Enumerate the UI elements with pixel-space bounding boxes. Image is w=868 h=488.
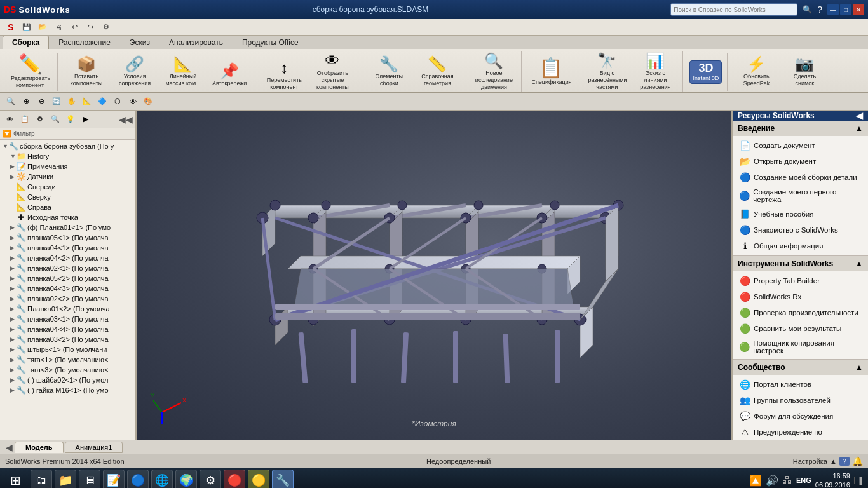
feature-tree-item[interactable]: 📐Сверху bbox=[0, 192, 135, 202]
section-header[interactable]: Инструменты SolidWorks▲ bbox=[733, 256, 868, 271]
rotate-btn[interactable]: 🔄 bbox=[50, 95, 64, 109]
zoom-fit-btn[interactable]: 🔍 bbox=[4, 95, 18, 109]
taskbar-edge[interactable]: 🌍 bbox=[175, 470, 197, 488]
ft-props-btn[interactable]: 📋 bbox=[18, 112, 32, 126]
qa-print-btn[interactable]: 🖨 bbox=[51, 20, 65, 34]
viewport[interactable]: X Y Z *Изометрия bbox=[137, 111, 731, 440]
ft-more-btn[interactable]: ▶ bbox=[79, 112, 93, 126]
feature-tree-item[interactable]: ▶🔧планка04<3> (По умолча bbox=[0, 283, 135, 294]
feature-tree-item[interactable]: ▶🔧планка02<2> (По умолча bbox=[0, 294, 135, 304]
resources-item[interactable]: 📘Учебные пособия bbox=[736, 207, 864, 221]
feature-tree-item[interactable]: ▶🔧тяга<3> (По умолчанию< bbox=[0, 365, 135, 375]
taskbar-app5[interactable]: 🟡 bbox=[248, 470, 269, 488]
feature-tree-item[interactable]: ▶🔧тяга<1> (По умолчанию< bbox=[0, 355, 135, 365]
ft-search-btn[interactable]: 🔍 bbox=[48, 112, 62, 126]
display-style-btn[interactable]: ⬡ bbox=[111, 95, 125, 109]
resources-item[interactable]: 🟢Проверка производительности bbox=[736, 306, 864, 320]
resources-item[interactable]: 🔴Property Tab Builder bbox=[736, 274, 864, 288]
instant3d-btn[interactable]: 3D Instant 3D bbox=[689, 60, 722, 84]
taskbar-app4[interactable]: 🔴 bbox=[224, 470, 245, 488]
resources-item[interactable]: 💬Форум для обсуждения bbox=[736, 409, 864, 423]
close-button[interactable]: ✕ bbox=[853, 4, 864, 15]
resources-item[interactable]: ⚠Предупреждение по bbox=[736, 425, 864, 439]
taskbar-chrome[interactable]: 🌐 bbox=[151, 470, 173, 488]
animation-tab[interactable]: Анимация1 bbox=[65, 442, 123, 453]
taskbar-monitor[interactable]: 🖥 bbox=[79, 470, 100, 488]
qa-save-btn[interactable]: 💾 bbox=[20, 20, 34, 34]
feature-tree-item[interactable]: ▶📝Примечания bbox=[0, 161, 135, 172]
section-header[interactable]: Введение▲ bbox=[733, 121, 868, 136]
view-orient-btn[interactable]: 📐 bbox=[80, 95, 94, 109]
search-input[interactable] bbox=[670, 3, 797, 16]
pattern-btn[interactable]: 📐 Линейный массив ком... bbox=[161, 55, 205, 89]
feature-tree-item[interactable]: ▶🔧планка05<2> (По умолча bbox=[0, 273, 135, 283]
feature-tree-item[interactable]: ✚Исходная точка bbox=[0, 212, 135, 222]
resources-item[interactable]: 🟢Сравнить мои результаты bbox=[736, 322, 864, 336]
speedpak-btn[interactable]: ⚡ Обновить SpeedPak bbox=[734, 55, 778, 89]
search-icon[interactable]: 🔍 bbox=[803, 5, 812, 14]
taskbar-explorer[interactable]: 🗂 bbox=[31, 470, 52, 488]
model-tab[interactable]: Модель bbox=[15, 442, 64, 453]
help-icon[interactable]: ? bbox=[817, 4, 822, 15]
section-view-btn[interactable]: 🔷 bbox=[95, 95, 109, 109]
tab-scroll-left[interactable]: ◀ bbox=[4, 442, 15, 452]
zoom-out-btn[interactable]: ⊖ bbox=[34, 95, 48, 109]
taskbar-lang[interactable]: ENG bbox=[796, 477, 811, 484]
taskbar-sw[interactable]: 🔧 bbox=[272, 470, 294, 488]
exploded-view-btn[interactable]: 🔭 Вид с разнесёнными частями bbox=[585, 51, 629, 92]
taskbar-volume-icon[interactable]: 🔊 bbox=[766, 475, 778, 487]
qa-open-btn[interactable]: 📂 bbox=[36, 20, 50, 34]
help-btn[interactable]: ? bbox=[839, 457, 850, 466]
taskbar-notify-icon[interactable]: 🔼 bbox=[749, 475, 762, 487]
resources-item[interactable]: 🔵Создание моей сборки детали bbox=[736, 170, 864, 184]
feature-tree[interactable]: ▼🔧сборка борона зубовая (По у▼📁History▶📝… bbox=[0, 140, 135, 440]
resources-item[interactable]: 🟢Помощник копирования настроек bbox=[736, 337, 864, 356]
zoom-in-btn[interactable]: ⊕ bbox=[19, 95, 33, 109]
feature-tree-item[interactable]: 📐Справа bbox=[0, 202, 135, 212]
resources-item[interactable]: 🔵Знакомство с SolidWorks bbox=[736, 223, 864, 237]
sw-icon-btn[interactable]: S bbox=[4, 20, 18, 34]
mate-btn[interactable]: 🔗 Условия сопряжения bbox=[112, 55, 157, 89]
ft-eye-btn[interactable]: 👁 bbox=[3, 112, 17, 126]
feature-tree-item[interactable]: ▶🔧планка05<1> (По умолча bbox=[0, 233, 135, 243]
taskbar-clock[interactable]: 16:59 06.09.2016 bbox=[815, 471, 850, 488]
feature-tree-item[interactable]: 📐Спереди bbox=[0, 182, 135, 192]
feature-tree-item[interactable]: ▶🔧планка03<2> (По умолча bbox=[0, 334, 135, 344]
resources-item[interactable]: 🌐Портал клиентов bbox=[736, 377, 864, 391]
feature-tree-item[interactable]: ▶🔧(-) шайба02<1> (По умол bbox=[0, 375, 135, 385]
feature-tree-item[interactable]: ▶🔧(-) гайка М16<1> (По умо bbox=[0, 385, 135, 395]
feature-tree-item[interactable]: ▶🔧планка02<1> (По умолча bbox=[0, 263, 135, 273]
edit-component-btn[interactable]: ✏️ Редактировать компонент bbox=[8, 53, 52, 91]
pan-btn[interactable]: ✋ bbox=[65, 95, 79, 109]
show-hidden-btn[interactable]: 👁 Отобразить скрытые компоненты bbox=[310, 51, 355, 92]
tab-office[interactable]: Продукты Office bbox=[233, 36, 308, 49]
qa-undo-btn[interactable]: ↩ bbox=[67, 20, 81, 34]
feature-tree-item[interactable]: ▶🔧планка04<4> (По умолча bbox=[0, 324, 135, 334]
ref-geometry-btn[interactable]: 📏 Справочная геометрия bbox=[415, 55, 459, 89]
maximize-button[interactable]: □ bbox=[840, 4, 851, 15]
feature-tree-item[interactable]: ▶🔧планка04<1> (По умолча bbox=[0, 243, 135, 253]
start-button[interactable]: ⊞ bbox=[3, 469, 28, 488]
tab-assembly[interactable]: Сборка bbox=[3, 36, 49, 49]
fastener-btn[interactable]: 📌 Автокрепежи bbox=[209, 62, 250, 89]
feature-tree-item[interactable]: ▼📁History bbox=[0, 151, 135, 161]
insert-component-btn[interactable]: 📦 Вставить компоненты bbox=[64, 55, 109, 89]
taskbar-app3[interactable]: ⚙ bbox=[200, 470, 221, 488]
tab-sketch[interactable]: Эскиз bbox=[120, 36, 159, 49]
snapshot-btn[interactable]: 📷 Сделать снимок bbox=[782, 55, 827, 89]
feature-tree-item[interactable]: ▶🔧Планка01<2> (По умолча bbox=[0, 304, 135, 314]
explode-line-btn[interactable]: 📊 Эскиз с линиями разнесения bbox=[633, 51, 677, 92]
sidebar-collapse-btn[interactable]: ◀◀ bbox=[119, 112, 133, 126]
feature-tree-item[interactable]: ▶🔧(ф) Планка01<1> (По умо bbox=[0, 222, 135, 233]
taskbar-network-icon[interactable]: 🖧 bbox=[782, 475, 792, 486]
motion-study-btn[interactable]: 🔍 Новое исследование движения bbox=[471, 51, 516, 92]
qa-rebuild-btn[interactable]: ⚙ bbox=[99, 20, 113, 34]
resources-collapse-btn[interactable]: ◀ bbox=[856, 111, 863, 121]
feature-tree-item[interactable]: ▶🔧планка04<2> (По умолча bbox=[0, 253, 135, 263]
ft-config-btn[interactable]: ⚙ bbox=[33, 112, 47, 126]
assembly-features-btn[interactable]: 🔧 Элементы сборки bbox=[367, 55, 411, 89]
feature-tree-item[interactable]: ▶🔧штырь<1> (По умолчани bbox=[0, 344, 135, 355]
taskbar-show-desktop[interactable]: ▐ bbox=[854, 477, 862, 484]
settings-label[interactable]: Настройка bbox=[793, 458, 827, 465]
settings-arrow[interactable]: ▲ bbox=[830, 458, 837, 465]
